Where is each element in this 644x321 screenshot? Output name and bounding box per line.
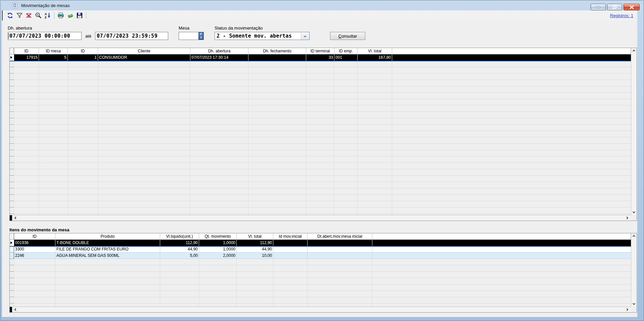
column-header[interactable]: ID — [14, 233, 55, 240]
window-controls — [591, 4, 640, 10]
grid-cell — [358, 163, 392, 169]
grid-cell — [14, 86, 39, 93]
minimize-button[interactable] — [591, 4, 606, 10]
grid-cell-filler — [392, 195, 631, 201]
scrollbar-thumb[interactable] — [10, 215, 12, 221]
grid-empty-row — [10, 163, 631, 169]
grid-cell — [14, 67, 39, 74]
dh-abertura-label: Dh. abertura — [8, 26, 168, 31]
sort-az-button[interactable]: A Z — [43, 11, 52, 19]
status-selected-value: 2 - Somente mov. abertas — [215, 33, 292, 39]
grid-row[interactable]: 1791551CONSUMIDOR07/07/2023 17:30:143300… — [10, 54, 631, 61]
column-header[interactable]: ID — [68, 48, 98, 54]
dh-abertura-from-input[interactable] — [8, 32, 82, 40]
horizontal-scrollbar[interactable] — [10, 215, 631, 221]
grid-cell-filler — [392, 61, 631, 67]
column-header[interactable]: ID mesa — [39, 48, 68, 54]
grid-cell — [358, 137, 392, 144]
titlebar[interactable]: Movimentação de mesas — [0, 0, 644, 10]
grid-empty-row — [10, 291, 631, 297]
grid-cell — [358, 144, 392, 150]
grid-cell — [68, 137, 98, 144]
dh-abertura-to-input[interactable] — [95, 32, 168, 40]
column-header[interactable]: Cliente — [98, 48, 190, 54]
svg-text:A: A — [45, 12, 47, 16]
grid-cell — [308, 278, 372, 284]
grid-cell — [55, 259, 160, 265]
vertical-scrollbar[interactable] — [631, 233, 637, 307]
column-header[interactable]: ID emp. — [334, 48, 358, 54]
grid-cell — [248, 182, 306, 188]
grid-cell — [308, 291, 372, 297]
refresh-button[interactable] — [5, 11, 15, 19]
column-header[interactable]: Produto — [55, 233, 160, 240]
close-button[interactable] — [624, 4, 640, 10]
column-header[interactable]: Qt. movimento — [199, 233, 237, 240]
grid-cell — [248, 144, 306, 150]
grid-cell — [68, 112, 98, 118]
text-caret — [8, 33, 9, 39]
grid-cell — [248, 99, 306, 105]
grid-cell: 112,90 — [237, 240, 273, 246]
detail-section-label: Itens do movimento da mesa — [9, 227, 637, 232]
grid-cell — [358, 208, 392, 214]
grid-cell — [98, 169, 190, 176]
grid-cell-filler — [372, 278, 631, 284]
export-button[interactable] — [65, 11, 75, 19]
grid-cell — [248, 131, 306, 137]
column-header[interactable]: Vl. total — [358, 48, 392, 54]
grid-row[interactable]: 2246AGUA MINERAL SEM GAS 500ML5,002,0000… — [10, 253, 631, 259]
grid-cell — [68, 105, 98, 112]
vertical-scrollbar[interactable] — [631, 48, 637, 215]
column-header[interactable]: Vl. total — [237, 233, 273, 240]
grid-cell — [68, 74, 98, 80]
grid-cell — [190, 182, 248, 188]
grid-cell — [39, 67, 68, 74]
restore-button[interactable] — [607, 4, 622, 10]
grid-cell — [334, 125, 358, 131]
grid-cell — [190, 195, 248, 201]
grid-cell: 112,90 — [160, 240, 199, 246]
grid-cell — [68, 176, 98, 182]
grid-cell-filler — [392, 105, 631, 112]
column-header[interactable]: Dh. abertura — [190, 48, 248, 54]
column-header[interactable]: ID — [14, 48, 39, 54]
grid-cell — [358, 80, 392, 86]
filter-button[interactable] — [15, 11, 24, 19]
f4-lookup-button[interactable]: F 4 — [198, 32, 203, 40]
grid-cell — [190, 169, 248, 176]
column-header[interactable]: Vl.líquido(unit.) — [160, 233, 199, 240]
grid-row[interactable]: 001936T-BONE DOUBLE112,901,0000112,90 — [10, 240, 631, 246]
row-indicator — [10, 118, 14, 125]
horizontal-scrollbar[interactable] — [10, 307, 631, 312]
grid-empty-row — [10, 195, 631, 201]
grid-cell — [39, 137, 68, 144]
column-header[interactable]: Dt.abert.mov.mesa inicial — [308, 233, 372, 240]
column-header[interactable]: ID terminal — [306, 48, 334, 54]
clear-filter-button[interactable] — [24, 11, 34, 19]
grid-cell — [273, 240, 308, 246]
grid-row[interactable]: 3300FILE DE FRANGO COM FRITAS EURO44,901… — [10, 246, 631, 253]
grid-cell — [55, 291, 160, 297]
column-header[interactable]: Dh. fechamento — [248, 48, 306, 54]
grid-cell — [190, 118, 248, 125]
grid-cell — [273, 291, 308, 297]
grid-cell — [334, 176, 358, 182]
grid-cell — [39, 156, 68, 163]
minimize-icon — [596, 6, 600, 8]
grid-cell — [273, 278, 308, 284]
dropdown-arrow[interactable] — [301, 33, 309, 39]
grid-cell — [334, 195, 358, 201]
print-button[interactable] — [56, 11, 65, 19]
consultar-button[interactable]: Consultar — [330, 32, 365, 40]
grid-cell — [14, 272, 55, 278]
scrollbar-thumb[interactable] — [10, 307, 12, 312]
status-select[interactable]: 2 - Somente mov. abertas — [215, 32, 310, 40]
registros-link[interactable]: Registros: 1 — [610, 13, 633, 18]
grid-cell — [14, 208, 39, 214]
grid-cell — [248, 208, 306, 214]
grid-cell — [306, 86, 334, 93]
save-button[interactable] — [75, 11, 84, 19]
column-header[interactable]: Id mov.inicial — [273, 233, 308, 240]
find-button[interactable]: n — [34, 11, 43, 19]
